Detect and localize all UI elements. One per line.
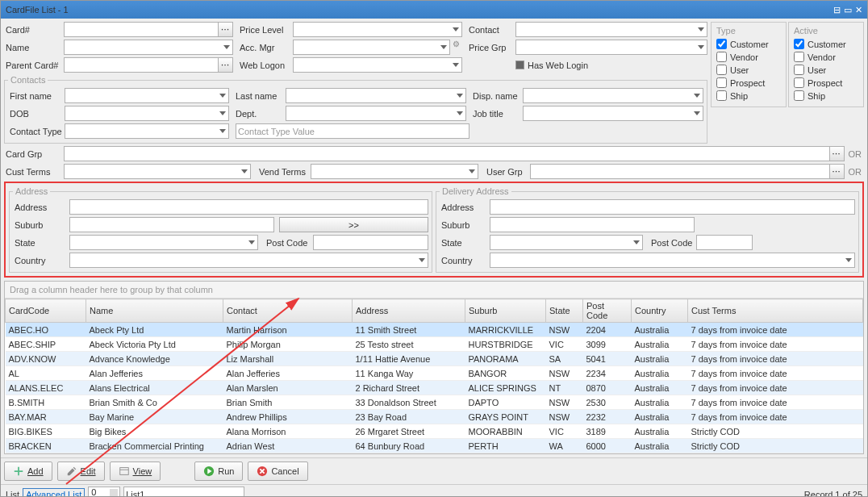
type-panel: Type CustomerVendorUserProspectShip	[711, 22, 787, 107]
type-user-checkbox[interactable]: User	[716, 65, 781, 75]
active-ship-checkbox[interactable]: Ship	[794, 90, 858, 101]
firstname-select[interactable]	[65, 88, 229, 103]
hasweb-checkbox[interactable]: Has Web Login	[515, 61, 707, 70]
accmgr-select[interactable]	[293, 40, 450, 55]
col-name[interactable]: Name	[86, 299, 223, 323]
maximize-icon[interactable]: ▭	[844, 5, 852, 15]
table-row[interactable]: BRACKENBracken Commercial PrintingAdrian…	[6, 439, 863, 453]
label-contacttype: Contact Type	[8, 127, 63, 136]
label-del-country: Country	[440, 256, 488, 265]
usergrp-lookup-button[interactable]: ···	[830, 164, 845, 179]
parentcard-lookup-button[interactable]: ···	[219, 57, 233, 73]
label-parentcard: Parent Card#	[4, 61, 62, 70]
weblogon-select[interactable]	[293, 57, 462, 73]
label-accmgr: Acc. Mgr	[238, 43, 291, 52]
usergrp-input[interactable]	[530, 164, 830, 179]
cancel-icon	[257, 466, 268, 477]
label-del-address: Address	[440, 203, 488, 212]
dispname-select[interactable]	[523, 88, 703, 103]
col-country[interactable]: Country	[632, 299, 688, 323]
contacttype-value-input[interactable]: Contact Type Value	[236, 123, 469, 139]
state-select[interactable]	[69, 235, 258, 250]
jobtitle-select[interactable]	[523, 106, 703, 121]
dob-select[interactable]	[65, 106, 229, 121]
col-cardcode[interactable]: CardCode	[6, 299, 86, 323]
col-contact[interactable]: Contact	[223, 299, 353, 323]
type-vendor-checkbox[interactable]: Vendor	[716, 52, 781, 62]
table-row[interactable]: ALANS.ELECAlans ElectricalAlan Marslen2 …	[6, 381, 863, 395]
pencil-icon	[66, 466, 77, 477]
address-input[interactable]	[69, 199, 428, 215]
vendterms-select[interactable]	[311, 164, 478, 179]
pin-icon[interactable]: ⊟	[833, 5, 841, 15]
cardno-lookup-button[interactable]: ···	[219, 22, 233, 37]
label-dob: DOB	[8, 109, 63, 119]
window-title: CardFile List - 1	[6, 5, 69, 15]
contacts-fieldset: Contacts First name Last name Disp. name…	[4, 75, 707, 144]
label-custterms: Cust Terms	[4, 167, 62, 177]
table-row[interactable]: ADV.KNOWAdvance KnowledgeLiz Marshall1/1…	[6, 352, 863, 366]
type-prospect-checkbox[interactable]: Prospect	[716, 77, 781, 88]
group-by-header[interactable]: Drag a column header here to group by th…	[5, 282, 863, 299]
cardgrp-input[interactable]	[64, 146, 830, 161]
run-button[interactable]: Run	[194, 461, 243, 481]
del-state-select[interactable]	[490, 235, 643, 250]
custterms-select[interactable]	[64, 164, 251, 179]
copy-address-button[interactable]: >>	[279, 217, 428, 232]
cancel-button[interactable]: Cancel	[248, 461, 307, 481]
advanced-list-link[interactable]: Advanced List	[23, 488, 85, 498]
close-icon[interactable]: ✕	[855, 5, 862, 15]
add-button[interactable]: Add	[4, 461, 52, 481]
table-row[interactable]: BIG.BIKESBig BikesAlana Morrison26 Mrgar…	[6, 424, 863, 439]
contact-select[interactable]	[515, 22, 707, 37]
run-icon	[203, 466, 215, 477]
del-address-input[interactable]	[490, 199, 855, 215]
col-state[interactable]: State	[546, 299, 583, 323]
col-suburb[interactable]: Suburb	[465, 299, 546, 323]
label-jobtitle: Job title	[471, 109, 521, 119]
type-ship-checkbox[interactable]: Ship	[716, 90, 781, 101]
pricegrp-select[interactable]	[515, 40, 707, 55]
country-select[interactable]	[69, 253, 428, 268]
label-del-postcode: Post Code	[649, 238, 695, 248]
cardgrp-lookup-button[interactable]: ···	[830, 146, 845, 161]
results-grid: Drag a column header here to group by th…	[4, 281, 864, 454]
contacttype-select[interactable]	[65, 123, 229, 139]
list-name-input[interactable]: List1	[123, 487, 244, 497]
list-number-spinner[interactable]: 0	[88, 487, 120, 497]
postcode-input[interactable]	[313, 235, 428, 250]
view-button[interactable]: View	[110, 461, 161, 481]
cardno-input[interactable]	[64, 22, 219, 37]
edit-button[interactable]: Edit	[57, 461, 105, 481]
active-customer-checkbox[interactable]: Customer	[794, 39, 858, 49]
del-country-select[interactable]	[490, 253, 855, 268]
pricelevel-select[interactable]	[293, 22, 462, 37]
table-row[interactable]: ABEC.SHIPAbeck Victoria Pty LtdPhilip Mo…	[6, 337, 863, 352]
del-postcode-input[interactable]	[696, 235, 753, 250]
label-contact: Contact	[467, 25, 514, 35]
label-state: State	[13, 238, 68, 248]
name-select[interactable]	[64, 40, 233, 55]
active-prospect-checkbox[interactable]: Prospect	[794, 77, 858, 88]
svg-rect-0	[119, 468, 128, 475]
label-del-suburb: Suburb	[440, 220, 488, 230]
col-custterms[interactable]: Cust Terms	[688, 299, 863, 323]
toolbar: Add Edit View Run Cancel	[1, 457, 867, 484]
table-row[interactable]: B.SMITHBrian Smith & CoBrian Smith33 Don…	[6, 395, 863, 410]
active-user-checkbox[interactable]: User	[794, 65, 858, 75]
del-suburb-input[interactable]	[490, 217, 695, 232]
dept-select[interactable]	[286, 106, 466, 121]
table-row[interactable]: ABEC.HOAbeck Pty LtdMartin Harrison11 Sm…	[6, 323, 863, 337]
label-postcode: Post Code	[265, 238, 311, 248]
parentcard-input[interactable]	[64, 57, 219, 73]
label-dept: Dept.	[234, 109, 284, 119]
type-customer-checkbox[interactable]: Customer	[716, 39, 781, 49]
col-postcode[interactable]: Post Code	[583, 299, 632, 323]
gear-icon[interactable]: ⚙	[450, 40, 462, 55]
active-vendor-checkbox[interactable]: Vendor	[794, 52, 858, 62]
suburb-input[interactable]	[69, 217, 274, 232]
col-address[interactable]: Address	[353, 299, 465, 323]
table-row[interactable]: BAY.MARBay MarineAndrew Phillips23 Bay R…	[6, 410, 863, 424]
table-row[interactable]: ALAlan JefferiesAlan Jefferies11 Kanga W…	[6, 366, 863, 381]
lastname-select[interactable]	[286, 88, 466, 103]
